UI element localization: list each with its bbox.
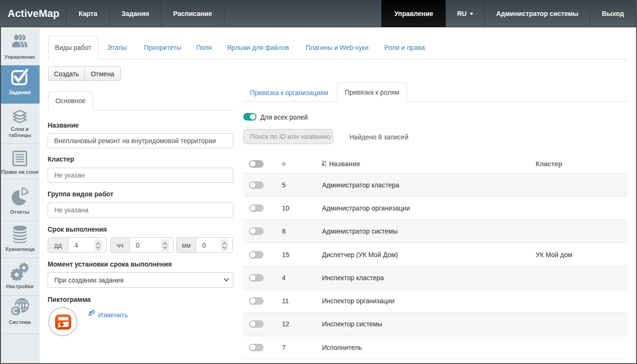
svg-text:2: 2 [324,164,326,167]
svg-text:А: А [324,160,327,163]
